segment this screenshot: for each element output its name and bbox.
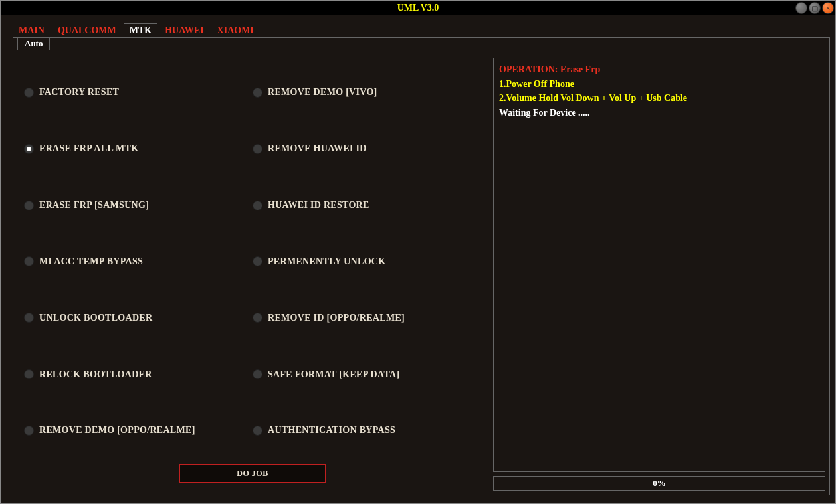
log-step-2: 2.Volume Hold Vol Down + Vol Up + Usb Ca… — [499, 91, 819, 106]
radio-icon[interactable] — [253, 426, 262, 436]
window-title: UML V3.0 — [397, 3, 439, 13]
log-operation: OPERATION: Erase Frp — [499, 62, 819, 77]
main-tabs: MAIN QUALCOMM MTK HUAWEI XIAOMI — [13, 23, 835, 38]
radio-icon[interactable] — [253, 144, 262, 154]
option-remove-demo-oppo-realme[interactable]: REMOVE DEMO [OPPO/REALME] — [24, 408, 253, 453]
option-label: RELOCK BOOTLOADER — [39, 369, 152, 380]
tab-xiaomi[interactable]: XIAOMI — [211, 23, 260, 38]
option-label: ERASE FRP ALL MTK — [39, 143, 138, 154]
subtab-auto[interactable]: Auto — [17, 37, 50, 50]
option-mi-acc-temp-bypass[interactable]: MI ACC TEMP BYPASS — [24, 239, 253, 284]
radio-icon[interactable] — [24, 201, 34, 210]
option-safe-format-keep-data[interactable]: SAFE FORMAT [KEEP DATA] — [253, 352, 481, 397]
tab-mtk[interactable]: MTK — [124, 23, 157, 38]
radio-icon[interactable] — [24, 88, 34, 98]
progress-text: 0% — [653, 478, 666, 489]
option-label: UNLOCK BOOTLOADER — [39, 313, 152, 323]
app-window: UML V3.0 – ▢ × MAIN QUALCOMM MTK HUAWEI … — [0, 0, 836, 504]
option-label: AUTHENTICATION BYPASS — [268, 425, 395, 436]
window-controls: – ▢ × — [795, 2, 834, 14]
option-factory-reset[interactable]: FACTORY RESET — [24, 70, 253, 115]
option-relock-bootloader[interactable]: RELOCK BOOTLOADER — [24, 352, 253, 397]
titlebar: UML V3.0 – ▢ × — [1, 1, 835, 15]
close-icon[interactable]: × — [822, 2, 834, 14]
log-panel: OPERATION: Erase Frp 1.Power Off Phone 2… — [493, 58, 825, 472]
minimize-icon[interactable]: – — [795, 2, 807, 14]
radio-icon[interactable] — [24, 144, 34, 154]
content-panel: Auto FACTORY RESET REMOVE DEMO [VIVO] ER… — [13, 37, 830, 495]
log-waiting: Waiting For Device ..... — [499, 106, 819, 120]
option-remove-id-oppo-realme[interactable]: REMOVE ID [OPPO/REALME] — [253, 295, 481, 341]
right-column: OPERATION: Erase Frp 1.Power Off Phone 2… — [493, 42, 825, 491]
options-panel: FACTORY RESET REMOVE DEMO [VIVO] ERASE F… — [17, 42, 488, 491]
radio-icon[interactable] — [253, 256, 262, 266]
option-label: FACTORY RESET — [39, 87, 119, 98]
option-permanently-unlock[interactable]: PERMENENTLY UNLOCK — [253, 239, 481, 284]
radio-icon[interactable] — [24, 313, 34, 323]
option-label: ERASE FRP [SAMSUNG] — [39, 200, 149, 210]
log-step-1: 1.Power Off Phone — [499, 77, 819, 92]
option-unlock-bootloader[interactable]: UNLOCK BOOTLOADER — [24, 295, 253, 341]
radio-icon[interactable] — [24, 426, 34, 436]
option-label: HUAWEI ID RESTORE — [268, 200, 369, 210]
radio-icon[interactable] — [24, 256, 34, 266]
radio-icon[interactable] — [24, 369, 34, 379]
radio-icon[interactable] — [253, 201, 262, 210]
maximize-icon[interactable]: ▢ — [809, 2, 821, 14]
radio-icon[interactable] — [253, 313, 262, 323]
options-grid: FACTORY RESET REMOVE DEMO [VIVO] ERASE F… — [17, 58, 488, 459]
option-label: MI ACC TEMP BYPASS — [39, 256, 143, 267]
option-remove-huawei-id[interactable]: REMOVE HUAWEI ID — [253, 126, 481, 171]
radio-icon[interactable] — [253, 369, 262, 379]
option-erase-frp-samsung[interactable]: ERASE FRP [SAMSUNG] — [24, 183, 253, 228]
tab-qualcomm[interactable]: QUALCOMM — [52, 23, 122, 38]
option-erase-frp-all-mtk[interactable]: ERASE FRP ALL MTK — [24, 126, 253, 171]
option-huawei-id-restore[interactable]: HUAWEI ID RESTORE — [253, 183, 481, 228]
do-job-button[interactable]: DO JOB — [179, 464, 326, 483]
option-label: REMOVE HUAWEI ID — [268, 143, 367, 154]
radio-icon[interactable] — [253, 88, 262, 98]
option-label: PERMENENTLY UNLOCK — [268, 256, 385, 267]
subtabs: Auto — [17, 37, 50, 50]
option-label: REMOVE DEMO [VIVO] — [268, 87, 377, 98]
progress-bar: 0% — [493, 476, 825, 491]
tab-huawei[interactable]: HUAWEI — [159, 23, 209, 38]
tab-main[interactable]: MAIN — [13, 23, 51, 38]
option-authentication-bypass[interactable]: AUTHENTICATION BYPASS — [253, 408, 481, 453]
option-label: REMOVE DEMO [OPPO/REALME] — [39, 425, 195, 436]
option-label: SAFE FORMAT [KEEP DATA] — [268, 369, 399, 380]
option-label: REMOVE ID [OPPO/REALME] — [268, 313, 405, 323]
option-remove-demo-vivo[interactable]: REMOVE DEMO [VIVO] — [253, 70, 481, 115]
